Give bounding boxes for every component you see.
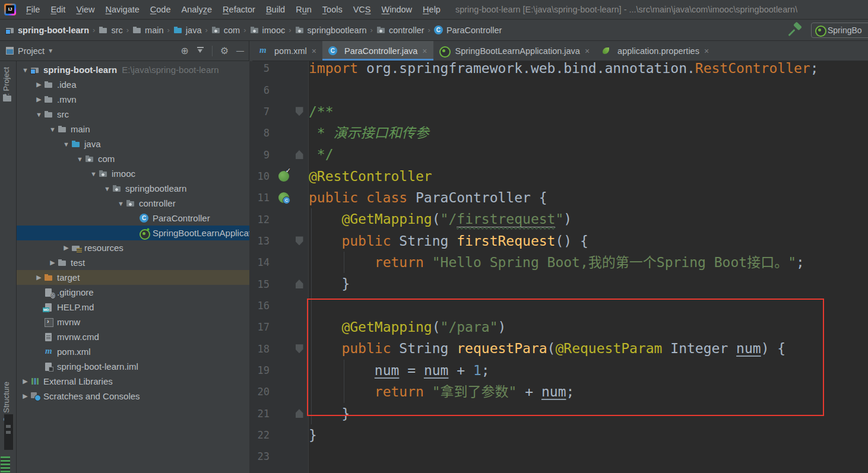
menu-item-vcs[interactable]: VCS: [348, 0, 376, 20]
chevron-down-icon[interactable]: ▼: [88, 170, 99, 177]
line-number[interactable]: 15: [249, 278, 275, 290]
code-line-18[interactable]: 18 public String requestPara(@RequestPar…: [249, 338, 868, 359]
fold-marker-icon[interactable]: [296, 409, 303, 418]
code-line-13[interactable]: 13 public String firstRequest() {: [249, 230, 868, 252]
code-line-12[interactable]: 12 @GetMapping("/firstrequest"): [249, 208, 868, 230]
line-number[interactable]: 21: [249, 408, 275, 420]
code-line-24[interactable]: 24: [249, 468, 868, 473]
tree-item-paracontroller[interactable]: ParaController: [17, 211, 249, 226]
menu-item-help[interactable]: Help: [417, 0, 446, 20]
chevron-down-icon[interactable]: ▼: [75, 155, 85, 163]
tab-springbootlearnapplication-java[interactable]: SpringBootLearnApplication.java×: [433, 41, 596, 61]
breadcrumb-springbootlearn[interactable]: springbootlearn: [295, 26, 367, 35]
locate-file-icon[interactable]: ⊕: [180, 46, 188, 56]
code-line-9[interactable]: 9 */: [249, 144, 868, 165]
chevron-down-icon[interactable]: ▼: [47, 126, 58, 133]
fold-marker-icon[interactable]: [296, 280, 303, 288]
line-number[interactable]: 11: [249, 192, 275, 204]
tree-item-target[interactable]: ▶target: [17, 270, 249, 285]
line-number[interactable]: 23: [249, 450, 275, 462]
line-number[interactable]: 16: [249, 300, 275, 312]
menu-item-window[interactable]: Window: [376, 0, 418, 20]
hide-panel-icon[interactable]: —: [236, 46, 244, 56]
spring-bean-icon[interactable]: [278, 192, 289, 203]
tree-item-spring-boot-learn-iml[interactable]: spring-boot-learn.iml: [17, 359, 249, 374]
chevron-down-icon[interactable]: ▼: [61, 141, 71, 148]
editor-area[interactable]: 5import org.springframework.web.bind.ann…: [249, 61, 868, 473]
chevron-right-icon[interactable]: ▶: [61, 244, 71, 252]
tree-item-spring-boot-learn[interactable]: ▼spring-boot-learnE:\java\spring-boot-le…: [17, 62, 249, 77]
chevron-right-icon[interactable]: ▶: [34, 96, 44, 103]
line-number[interactable]: 22: [249, 429, 275, 441]
tab-paracontroller-java[interactable]: ParaController.java×: [322, 41, 433, 61]
line-number[interactable]: 12: [249, 214, 275, 226]
fold-marker-icon[interactable]: [296, 344, 303, 353]
line-number[interactable]: 19: [249, 364, 275, 376]
close-icon[interactable]: ×: [312, 46, 316, 56]
close-icon[interactable]: ×: [704, 46, 709, 56]
chevron-right-icon[interactable]: ▶: [34, 274, 44, 281]
line-number[interactable]: 17: [249, 321, 275, 333]
line-number[interactable]: 18: [249, 343, 275, 355]
breadcrumb-main[interactable]: main: [132, 26, 163, 35]
close-icon[interactable]: ×: [422, 46, 427, 56]
spring-bean-icon[interactable]: [278, 171, 289, 182]
code-line-22[interactable]: 22}: [249, 424, 868, 446]
code-line-21[interactable]: 21 }: [249, 403, 868, 424]
run-configuration-select[interactable]: SpringBo: [811, 23, 868, 38]
project-panel-title[interactable]: Project: [18, 46, 45, 56]
code-line-10[interactable]: 10@RestController: [249, 166, 868, 187]
tree-item-src[interactable]: ▼src: [17, 107, 249, 122]
menu-item-refactor[interactable]: Refactor: [217, 0, 261, 20]
settings-gear-icon[interactable]: ⚙: [220, 46, 229, 56]
tab-application-properties[interactable]: application.properties×: [595, 41, 715, 61]
fold-marker-icon[interactable]: [296, 236, 303, 245]
code-line-17[interactable]: 17 @GetMapping("/para"): [249, 316, 868, 338]
menu-item-code[interactable]: Code: [145, 0, 176, 20]
collapse-all-icon[interactable]: [197, 47, 204, 55]
breadcrumb-com[interactable]: com: [211, 26, 240, 35]
tree-item-java[interactable]: ▼java: [17, 136, 249, 151]
menu-item-view[interactable]: View: [71, 0, 100, 20]
breadcrumb-controller[interactable]: controller: [376, 26, 425, 35]
code-line-19[interactable]: 19 num = num + 1;: [249, 360, 868, 381]
tree-item-main[interactable]: ▼main: [17, 122, 249, 136]
code-line-6[interactable]: 6: [249, 79, 868, 100]
chevron-right-icon[interactable]: ▶: [20, 377, 30, 385]
tree-item-imooc[interactable]: ▼imooc: [17, 166, 249, 181]
line-number[interactable]: 5: [249, 62, 275, 74]
line-number[interactable]: 14: [249, 256, 275, 268]
code-line-14[interactable]: 14 return "Hello Spring Boot,我的第一个Spring…: [249, 252, 868, 273]
menu-item-analyze[interactable]: Analyze: [176, 0, 218, 20]
tree-item-resources[interactable]: ▶resources: [17, 240, 249, 255]
code-line-8[interactable]: 8 * 演示接口和传参: [249, 122, 868, 144]
code-line-23[interactable]: 23: [249, 446, 868, 467]
tree-item-gitignore[interactable]: .gitignore: [17, 285, 249, 300]
build-hammer-icon[interactable]: [788, 23, 803, 37]
line-number[interactable]: 8: [249, 127, 275, 139]
menu-item-file[interactable]: File: [21, 0, 45, 20]
menu-item-navigate[interactable]: Navigate: [100, 0, 145, 20]
line-number[interactable]: 13: [249, 235, 275, 247]
chevron-down-icon[interactable]: ▼: [116, 200, 126, 207]
tree-item-idea[interactable]: ▶.idea: [17, 77, 249, 92]
line-number[interactable]: 7: [249, 106, 275, 118]
line-number[interactable]: 20: [249, 386, 275, 398]
chevron-down-icon[interactable]: ▼: [20, 66, 30, 74]
line-number[interactable]: 6: [249, 84, 275, 96]
menu-item-build[interactable]: Build: [261, 0, 290, 20]
breadcrumb-spring-boot-learn[interactable]: spring-boot-learn: [5, 26, 89, 35]
chevron-right-icon[interactable]: ▶: [34, 81, 44, 88]
line-number[interactable]: 10: [249, 170, 275, 182]
tree-item-springbootlearnapplicat[interactable]: SpringBootLearnApplicat: [17, 226, 249, 240]
tree-item-scratches-and-consoles[interactable]: ▶Scratches and Consoles: [17, 389, 249, 404]
code-line-15[interactable]: 15 }: [249, 273, 868, 294]
tree-item-controller[interactable]: ▼controller: [17, 196, 249, 211]
chevron-down-icon[interactable]: ▼: [47, 47, 53, 54]
breadcrumb-src[interactable]: src: [99, 26, 122, 35]
chevron-right-icon[interactable]: ▶: [20, 392, 30, 400]
tree-item-pom-xml[interactable]: pom.xml: [17, 344, 249, 359]
menu-item-run[interactable]: Run: [290, 0, 317, 20]
breadcrumb-imooc[interactable]: imooc: [250, 26, 286, 35]
code-line-5[interactable]: 5import org.springframework.web.bind.ann…: [249, 61, 868, 79]
